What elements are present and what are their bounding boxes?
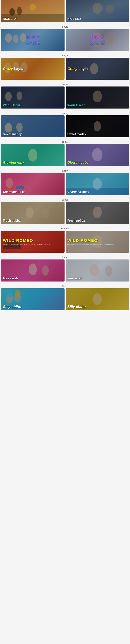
card-overlay: HOLYSADIE [66,29,129,51]
section-ruby: Ruby Glowing ruby Glowing ruby [0,139,130,166]
card-layla-1[interactable]: Crazy Layla [1,58,65,80]
card-label: Warn Oscar [67,104,85,107]
card-label: Charming Roxy [3,190,24,194]
card-overlay: Crazy Layla [1,58,65,80]
card-sadie-2[interactable]: HOLYSADIE [66,29,129,51]
card-label: Crazy Layla [3,66,23,71]
card-roxy-1[interactable]: Charming Roxy [1,173,65,195]
card-label: Glowing ruby [67,161,89,165]
card-label: Sweet marley [3,132,22,136]
section-chico: Chico Silly chiho [0,283,130,310]
section-title-chico: Chico [0,283,130,288]
card-overlay: Fresh bubba [66,202,129,224]
card-label: HOLYSADIE [25,34,40,46]
card-overlay: Free sarah [66,260,129,282]
card-label: WILD ROMEO [67,238,98,243]
card-label: Sweet marley [67,132,86,136]
card-pair-ruby: Glowing ruby Glowing ruby [0,144,130,166]
card-label: Fresh bubba [3,219,20,222]
card-romeo-2[interactable]: WILD ROMEO Roman never knows what he wan… [66,231,129,253]
card-marley-2[interactable]: Sweet marley [66,115,129,137]
section-romeo: Romeo WILD ROMEO Roman never knows what … [0,226,130,253]
card-sarah-1[interactable]: Free sarah [1,260,65,282]
card-pair-lily: Nice Lily [0,0,130,22]
card-overlay: Warn Oscar [1,86,65,108]
card-pair-layla: Crazy Layla Crazy Layla [0,58,130,80]
card-ruby-2[interactable]: Glowing ruby [66,144,129,166]
card-romeo-1[interactable]: WILD ROMEO Roman never knows what he wan… [1,231,65,253]
section-title-layla: Layla [0,53,130,58]
card-label: Silly chiho [3,304,21,309]
card-label: Warn Oscar [3,104,20,107]
card-pair-sadie: HOLYSADIE HOLYSADIE [0,29,130,51]
section-roxy: Roxy Charming Roxy [0,168,130,195]
card-subtitle: Roman never knows what he wants, he seem… [3,244,50,245]
card-roxy-2[interactable]: Charming Roxy [66,173,129,195]
card-oscar-1[interactable]: Warn Oscar [1,86,65,108]
section-title-marley: Marley [0,110,130,115]
card-label: Nice Lily [3,17,17,20]
section-sadie: Sadie HOLYSADIE [0,24,130,51]
card-pair-sarah: Free sarah Free sarah [0,260,130,282]
card-sadie-1[interactable]: HOLYSADIE [1,29,65,51]
card-pair-romeo: WILD ROMEO Roman never knows what he wan… [0,231,130,253]
section-title-oscar: Oscar [0,82,130,86]
card-overlay: Warn Oscar [66,86,129,108]
card-overlay: WILD ROMEO Roman never knows what he wan… [1,231,65,253]
card-overlay: WILD ROMEO Roman never knows what he wan… [66,231,129,253]
section-title-romeo: Romeo [0,226,130,231]
card-label: HOLYSADIE [90,34,105,46]
card-lily-2[interactable]: Nice Lily [66,0,129,22]
card-label: Nice Lily [67,17,81,20]
card-overlay: Free sarah [1,260,65,282]
card-overlay: Silly chiho [1,288,65,310]
card-pair-bubba: Fresh bubba Fresh bubba [0,202,130,224]
card-overlay: Glowing ruby [1,144,65,166]
card-marley-1[interactable]: Sweet marley [1,115,65,137]
section-title-sadie: Sadie [0,24,130,29]
card-pair-chico: Silly chiho Silly chiho [0,288,130,310]
section-title-ruby: Ruby [0,139,130,144]
card-pair-roxy: Charming Roxy Charming Roxy [0,173,130,195]
section-title-bubba: Bubba [0,197,130,202]
card-label: Charming Roxy [67,190,89,194]
section-oscar: Oscar Warn Oscar Warn Osca [0,82,130,108]
card-overlay: Charming Roxy [1,173,65,195]
card-overlay: Charming Roxy [66,173,129,195]
card-overlay: HOLYSADIE [1,29,65,51]
card-chico-2[interactable]: Silly chiho [66,288,129,310]
card-overlay: Crazy Layla [66,58,129,80]
card-oscar-2[interactable]: Warn Oscar [66,86,129,108]
section-lily: Nice Lily [0,0,130,22]
card-label: WILD ROMEO [3,238,33,243]
card-subtitle: Roman never knows what he wants, he seem… [67,244,115,245]
card-pair-marley: Sweet marley Sweet marley [0,115,130,137]
card-overlay: Glowing ruby [66,144,129,166]
card-label: Crazy Layla [67,66,88,71]
card-layla-2[interactable]: Crazy Layla [66,58,129,80]
card-lily-1[interactable]: Nice Lily [1,0,65,22]
card-overlay: Silly chiho [66,288,129,310]
card-pair-oscar: Warn Oscar Warn Oscar [0,86,130,108]
card-label: Free sarah [67,276,82,280]
section-layla: Layla Crazy Layla [0,53,130,80]
card-bubba-1[interactable]: Fresh bubba [1,202,65,224]
card-chico-1[interactable]: Silly chiho [1,288,65,310]
section-bubba: Bubba Fresh bubba Fresh bu [0,197,130,224]
section-marley: Marley Sweet marley [0,110,130,137]
card-ruby-1[interactable]: Glowing ruby [1,144,65,166]
card-label: Free sarah [3,276,18,280]
card-overlay: Sweet marley [1,115,65,137]
section-title-sarah: Sarah [0,254,130,260]
section-sarah: Sarah Free sarah [0,254,130,282]
card-label: Silly chiho [67,304,86,309]
section-title-roxy: Roxy [0,168,130,173]
card-label: Glowing ruby [3,161,24,165]
card-sarah-2[interactable]: Free sarah [66,260,129,282]
card-overlay: Fresh bubba [1,202,65,224]
card-bubba-2[interactable]: Fresh bubba [66,202,129,224]
card-overlay: Nice Lily [1,0,65,22]
card-overlay: Nice Lily [66,0,129,22]
card-label: Fresh bubba [67,219,85,222]
card-overlay: Sweet marley [66,115,129,137]
